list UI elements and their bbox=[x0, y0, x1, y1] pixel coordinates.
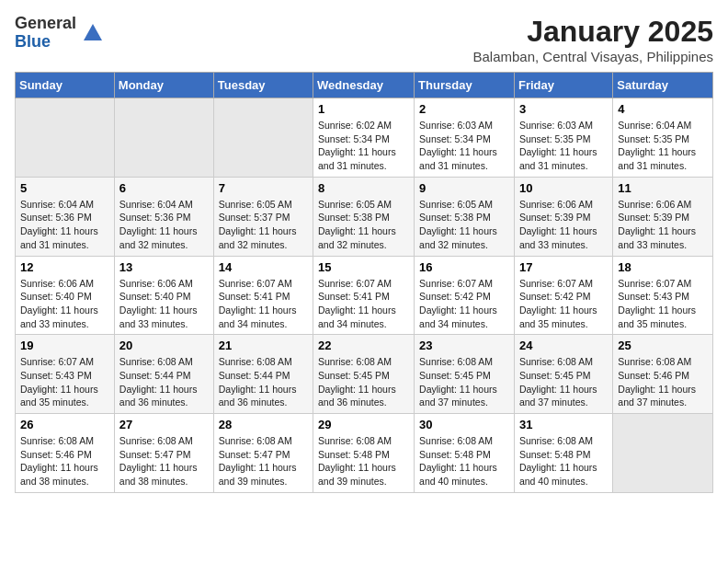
day-number: 13 bbox=[119, 260, 209, 274]
day-cell: 12Sunrise: 6:06 AMSunset: 5:40 PMDayligh… bbox=[16, 256, 115, 335]
day-cell: 18Sunrise: 6:07 AMSunset: 5:43 PMDayligh… bbox=[613, 256, 713, 335]
day-number: 7 bbox=[219, 181, 308, 195]
day-info: Sunrise: 6:08 AMSunset: 5:47 PMDaylight:… bbox=[219, 435, 297, 487]
week-row-3: 12Sunrise: 6:06 AMSunset: 5:40 PMDayligh… bbox=[16, 256, 713, 335]
logo-general: General bbox=[15, 15, 76, 33]
logo-icon bbox=[80, 20, 106, 46]
day-number: 18 bbox=[618, 260, 708, 274]
day-cell: 5Sunrise: 6:04 AMSunset: 5:36 PMDaylight… bbox=[16, 177, 115, 256]
day-cell: 10Sunrise: 6:06 AMSunset: 5:39 PMDayligh… bbox=[514, 177, 612, 256]
day-cell: 9Sunrise: 6:05 AMSunset: 5:38 PMDaylight… bbox=[415, 177, 515, 256]
day-number: 14 bbox=[219, 260, 308, 274]
day-cell: 23Sunrise: 6:08 AMSunset: 5:45 PMDayligh… bbox=[415, 335, 515, 414]
day-info: Sunrise: 6:08 AMSunset: 5:46 PMDaylight:… bbox=[20, 435, 98, 487]
day-number: 30 bbox=[419, 418, 509, 431]
column-header-tuesday: Tuesday bbox=[213, 73, 313, 98]
day-number: 29 bbox=[318, 418, 409, 431]
column-header-sunday: Sunday bbox=[16, 73, 115, 98]
day-info: Sunrise: 6:08 AMSunset: 5:47 PMDaylight:… bbox=[119, 435, 198, 487]
svg-marker-0 bbox=[84, 24, 102, 40]
day-cell: 14Sunrise: 6:07 AMSunset: 5:41 PMDayligh… bbox=[213, 256, 313, 335]
day-cell: 8Sunrise: 6:05 AMSunset: 5:38 PMDaylight… bbox=[313, 177, 415, 256]
day-cell: 24Sunrise: 6:08 AMSunset: 5:45 PMDayligh… bbox=[514, 335, 612, 414]
day-number: 16 bbox=[419, 260, 509, 274]
day-number: 1 bbox=[318, 102, 409, 116]
day-cell: 26Sunrise: 6:08 AMSunset: 5:46 PMDayligh… bbox=[16, 414, 115, 493]
day-info: Sunrise: 6:05 AMSunset: 5:37 PMDaylight:… bbox=[219, 199, 297, 250]
day-info: Sunrise: 6:05 AMSunset: 5:38 PMDaylight:… bbox=[318, 199, 396, 250]
day-number: 4 bbox=[618, 102, 708, 116]
day-number: 20 bbox=[119, 339, 209, 352]
day-number: 10 bbox=[519, 181, 608, 195]
title-block: January 2025 Balamban, Central Visayas, … bbox=[472, 15, 713, 64]
day-number: 24 bbox=[519, 339, 608, 352]
day-cell: 22Sunrise: 6:08 AMSunset: 5:45 PMDayligh… bbox=[313, 335, 415, 414]
day-cell: 17Sunrise: 6:07 AMSunset: 5:42 PMDayligh… bbox=[514, 256, 612, 335]
day-info: Sunrise: 6:04 AMSunset: 5:36 PMDaylight:… bbox=[20, 199, 98, 250]
day-info: Sunrise: 6:06 AMSunset: 5:40 PMDaylight:… bbox=[20, 278, 98, 329]
day-info: Sunrise: 6:03 AMSunset: 5:34 PMDaylight:… bbox=[419, 120, 497, 171]
day-cell: 20Sunrise: 6:08 AMSunset: 5:44 PMDayligh… bbox=[114, 335, 213, 414]
day-info: Sunrise: 6:08 AMSunset: 5:48 PMDaylight:… bbox=[318, 435, 396, 487]
day-number: 9 bbox=[419, 181, 509, 195]
day-number: 19 bbox=[20, 339, 109, 352]
day-number: 2 bbox=[419, 102, 509, 116]
day-number: 17 bbox=[519, 260, 608, 274]
day-info: Sunrise: 6:08 AMSunset: 5:48 PMDaylight:… bbox=[519, 435, 597, 487]
day-info: Sunrise: 6:07 AMSunset: 5:42 PMDaylight:… bbox=[519, 278, 597, 329]
day-cell bbox=[114, 98, 213, 178]
day-number: 31 bbox=[519, 418, 608, 431]
day-number: 15 bbox=[318, 260, 409, 274]
day-number: 21 bbox=[219, 339, 308, 352]
day-cell: 31Sunrise: 6:08 AMSunset: 5:48 PMDayligh… bbox=[514, 414, 612, 493]
day-info: Sunrise: 6:08 AMSunset: 5:44 PMDaylight:… bbox=[219, 356, 297, 408]
week-row-2: 5Sunrise: 6:04 AMSunset: 5:36 PMDaylight… bbox=[16, 177, 713, 256]
day-number: 25 bbox=[618, 339, 708, 352]
day-info: Sunrise: 6:07 AMSunset: 5:41 PMDaylight:… bbox=[318, 278, 396, 329]
day-number: 6 bbox=[119, 181, 209, 195]
day-cell: 13Sunrise: 6:06 AMSunset: 5:40 PMDayligh… bbox=[114, 256, 213, 335]
day-info: Sunrise: 6:04 AMSunset: 5:35 PMDaylight:… bbox=[618, 120, 696, 171]
day-info: Sunrise: 6:07 AMSunset: 5:41 PMDaylight:… bbox=[219, 278, 297, 329]
column-header-wednesday: Wednesday bbox=[313, 73, 415, 98]
week-row-4: 19Sunrise: 6:07 AMSunset: 5:43 PMDayligh… bbox=[16, 335, 713, 414]
day-info: Sunrise: 6:08 AMSunset: 5:44 PMDaylight:… bbox=[119, 356, 198, 408]
week-row-1: 1Sunrise: 6:02 AMSunset: 5:34 PMDaylight… bbox=[16, 98, 713, 178]
day-info: Sunrise: 6:08 AMSunset: 5:45 PMDaylight:… bbox=[318, 356, 396, 408]
day-info: Sunrise: 6:03 AMSunset: 5:35 PMDaylight:… bbox=[519, 120, 597, 171]
day-cell: 1Sunrise: 6:02 AMSunset: 5:34 PMDaylight… bbox=[313, 98, 415, 178]
day-cell bbox=[213, 98, 313, 178]
day-info: Sunrise: 6:07 AMSunset: 5:43 PMDaylight:… bbox=[618, 278, 696, 329]
logo-blue: Blue bbox=[15, 33, 76, 52]
day-info: Sunrise: 6:08 AMSunset: 5:48 PMDaylight:… bbox=[419, 435, 497, 487]
header-row: SundayMondayTuesdayWednesdayThursdayFrid… bbox=[16, 73, 713, 98]
day-number: 11 bbox=[618, 181, 708, 195]
day-number: 23 bbox=[419, 339, 509, 352]
page-header: General Blue January 2025 Balamban, Cent… bbox=[15, 15, 713, 64]
day-info: Sunrise: 6:08 AMSunset: 5:45 PMDaylight:… bbox=[519, 356, 597, 408]
column-header-saturday: Saturday bbox=[613, 73, 713, 98]
day-number: 8 bbox=[318, 181, 409, 195]
day-info: Sunrise: 6:07 AMSunset: 5:42 PMDaylight:… bbox=[419, 278, 497, 329]
day-cell: 21Sunrise: 6:08 AMSunset: 5:44 PMDayligh… bbox=[213, 335, 313, 414]
day-cell: 11Sunrise: 6:06 AMSunset: 5:39 PMDayligh… bbox=[613, 177, 713, 256]
day-number: 5 bbox=[20, 181, 109, 195]
day-cell: 3Sunrise: 6:03 AMSunset: 5:35 PMDaylight… bbox=[514, 98, 612, 178]
column-header-thursday: Thursday bbox=[415, 73, 515, 98]
week-row-5: 26Sunrise: 6:08 AMSunset: 5:46 PMDayligh… bbox=[16, 414, 713, 493]
day-cell: 4Sunrise: 6:04 AMSunset: 5:35 PMDaylight… bbox=[613, 98, 713, 178]
day-cell: 29Sunrise: 6:08 AMSunset: 5:48 PMDayligh… bbox=[313, 414, 415, 493]
day-info: Sunrise: 6:04 AMSunset: 5:36 PMDaylight:… bbox=[119, 199, 198, 250]
day-number: 22 bbox=[318, 339, 409, 352]
day-number: 27 bbox=[119, 418, 209, 431]
day-cell: 25Sunrise: 6:08 AMSunset: 5:46 PMDayligh… bbox=[613, 335, 713, 414]
day-info: Sunrise: 6:02 AMSunset: 5:34 PMDaylight:… bbox=[318, 120, 396, 171]
day-cell bbox=[16, 98, 115, 178]
day-cell: 28Sunrise: 6:08 AMSunset: 5:47 PMDayligh… bbox=[213, 414, 313, 493]
day-cell: 27Sunrise: 6:08 AMSunset: 5:47 PMDayligh… bbox=[114, 414, 213, 493]
column-header-friday: Friday bbox=[514, 73, 612, 98]
day-cell: 19Sunrise: 6:07 AMSunset: 5:43 PMDayligh… bbox=[16, 335, 115, 414]
day-info: Sunrise: 6:07 AMSunset: 5:43 PMDaylight:… bbox=[20, 356, 98, 408]
logo: General Blue bbox=[15, 15, 106, 52]
day-info: Sunrise: 6:08 AMSunset: 5:45 PMDaylight:… bbox=[419, 356, 497, 408]
